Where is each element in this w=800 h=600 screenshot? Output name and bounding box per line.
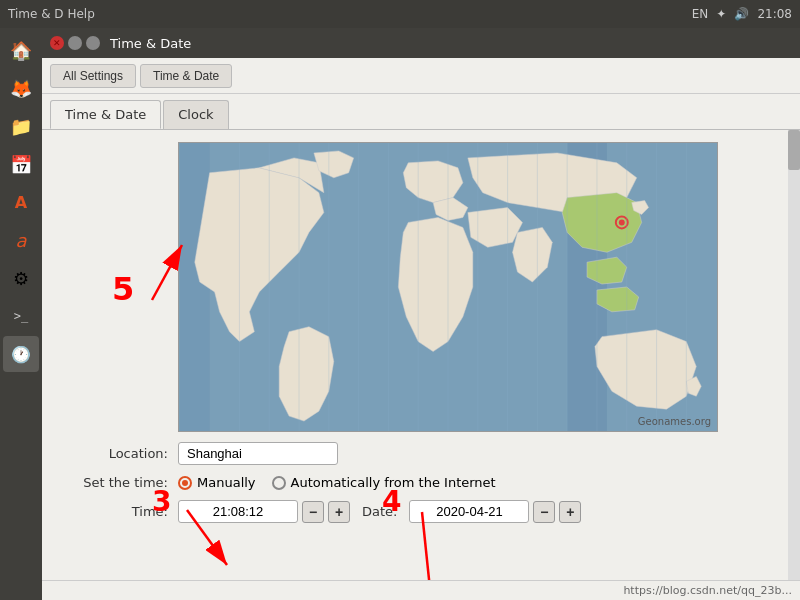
automatically-label: Automatically from the Internet (291, 475, 496, 490)
svg-rect-2 (180, 143, 210, 431)
date-input[interactable] (409, 500, 529, 523)
tab-bar: Time & Date Clock (42, 94, 800, 130)
set-time-label: Set the time: (58, 475, 178, 490)
system-time: 21:08 (757, 7, 792, 21)
main-window: ✕ Time & Date All Settings Time & Date T… (42, 28, 800, 600)
date-decrement-button[interactable]: − (533, 501, 555, 523)
annotation-5: 5 (112, 270, 134, 308)
nav-bar: All Settings Time & Date (42, 58, 800, 94)
world-map[interactable]: Geonames.org (178, 142, 718, 432)
time-label: Time: (58, 504, 178, 519)
content-area: Geonames.org Location: Set the time: Man… (42, 130, 800, 580)
taskbar-clock[interactable]: 🕐 (3, 336, 39, 372)
bluetooth-icon: ✦ (716, 7, 726, 21)
keyboard-indicator[interactable]: EN (692, 7, 709, 21)
scrollbar-thumb[interactable] (788, 130, 800, 170)
taskbar-calendar[interactable]: 📅 (3, 146, 39, 182)
tab-time-date[interactable]: Time & Date (50, 100, 161, 129)
date-field-label: Date: (362, 504, 397, 519)
system-bar-app-title: Time & D Help (8, 7, 95, 21)
time-decrement-button[interactable]: − (302, 501, 324, 523)
set-time-row: Set the time: Manually Automatically fro… (58, 475, 784, 490)
title-bar: ✕ Time & Date (42, 28, 800, 58)
window-controls: ✕ (50, 36, 100, 50)
location-label: Location: (58, 446, 178, 461)
status-url: https://blog.csdn.net/qq_23b... (623, 584, 792, 597)
manually-radio[interactable] (178, 476, 192, 490)
taskbar-files[interactable]: 📁 (3, 108, 39, 144)
time-date-nav-button[interactable]: Time & Date (140, 64, 232, 88)
taskbar: 🏠 🦊 📁 📅 A a ⚙ >_ 🕐 (0, 28, 42, 600)
taskbar-text[interactable]: A (3, 184, 39, 220)
minimize-button[interactable] (68, 36, 82, 50)
window-title: Time & Date (110, 36, 191, 51)
system-bar: Time & D Help EN ✦ 🔊 21:08 (0, 0, 800, 28)
taskbar-home[interactable]: 🏠 (3, 32, 39, 68)
map-watermark: Geonames.org (638, 416, 711, 427)
radio-group: Manually Automatically from the Internet (178, 475, 496, 490)
date-field: − + (409, 500, 581, 523)
time-date-controls: − + Date: − + (178, 500, 581, 523)
status-bar: https://blog.csdn.net/qq_23b... (42, 580, 800, 600)
system-bar-right: EN ✦ 🔊 21:08 (692, 7, 792, 21)
location-row: Location: (58, 442, 784, 465)
tab-clock[interactable]: Clock (163, 100, 228, 129)
taskbar-settings[interactable]: ⚙ (3, 260, 39, 296)
close-button[interactable]: ✕ (50, 36, 64, 50)
manually-option[interactable]: Manually (178, 475, 256, 490)
time-field: − + (178, 500, 350, 523)
svg-point-4 (619, 219, 625, 225)
time-date-row-container: Time: − + Date: − + (58, 500, 784, 523)
taskbar-terminal[interactable]: >_ (3, 298, 39, 334)
all-settings-button[interactable]: All Settings (50, 64, 136, 88)
automatically-radio[interactable] (272, 476, 286, 490)
taskbar-amazon[interactable]: a (3, 222, 39, 258)
time-input[interactable] (178, 500, 298, 523)
maximize-button[interactable] (86, 36, 100, 50)
form-area: Location: Set the time: Manually Automat… (58, 442, 784, 523)
manually-label: Manually (197, 475, 256, 490)
volume-icon: 🔊 (734, 7, 749, 21)
date-increment-button[interactable]: + (559, 501, 581, 523)
time-increment-button[interactable]: + (328, 501, 350, 523)
automatically-option[interactable]: Automatically from the Internet (272, 475, 496, 490)
taskbar-firefox[interactable]: 🦊 (3, 70, 39, 106)
system-bar-left: Time & D Help (8, 7, 95, 21)
location-input[interactable] (178, 442, 338, 465)
scrollbar-track (788, 130, 800, 580)
